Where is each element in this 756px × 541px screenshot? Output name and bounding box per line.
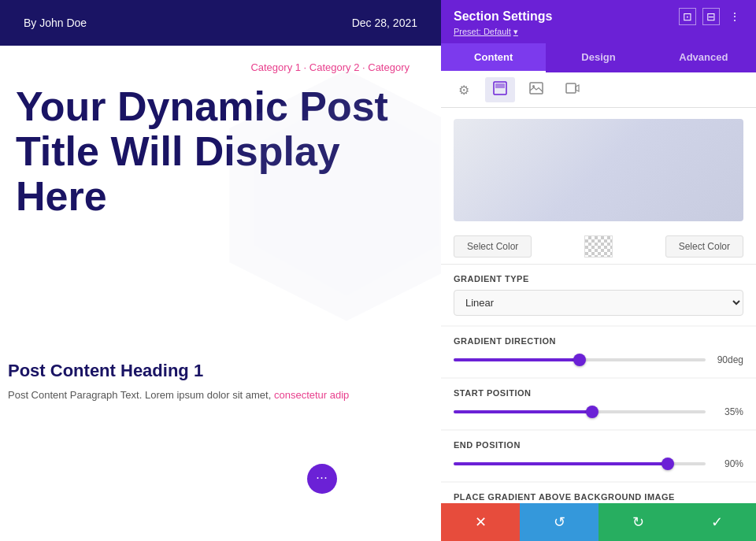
end-position-slider-row: 90%	[454, 456, 743, 472]
save-icon: ✓	[711, 513, 723, 531]
end-position-label: End Position	[454, 440, 743, 450]
svg-point-5	[532, 85, 535, 87]
transparency-indicator	[584, 235, 613, 258]
panel-body: Select Color Select Color Gradient Type …	[441, 108, 756, 503]
content-heading: Post Content Heading 1	[8, 361, 417, 381]
settings-panel: Section Settings ⊡ ⊟ ⋮ Preset: Default ▾…	[441, 0, 756, 541]
start-position-slider[interactable]	[454, 404, 706, 420]
gradient-direction-label: Gradient Direction	[454, 336, 743, 346]
place-gradient-section: Place Gradient Above Background Image YE…	[441, 483, 756, 503]
color-picker-left[interactable]: Select Color	[454, 235, 532, 258]
author-label: By John Doe	[24, 17, 87, 29]
chat-icon: ···	[317, 472, 328, 486]
svg-rect-6	[566, 83, 576, 93]
gradient-type-select[interactable]: Linear Radial Conic	[454, 290, 743, 316]
gradient-direction-value: 90deg	[713, 354, 743, 365]
save-button[interactable]: ✓	[677, 503, 756, 541]
gradient-direction-slider-row: 90deg	[454, 352, 743, 368]
panel-tabs: Content Design Advanced	[441, 43, 756, 72]
end-position-value: 90%	[713, 458, 743, 469]
svg-rect-4	[530, 83, 543, 94]
start-position-slider-row: 35%	[454, 404, 743, 420]
subtab-settings[interactable]: ⚙	[449, 77, 479, 102]
gradient-preview	[454, 119, 743, 221]
gradient-type-label: Gradient Type	[454, 274, 743, 283]
gradient-direction-slider[interactable]	[454, 352, 706, 368]
gradient-preview-section	[441, 108, 756, 229]
content-text: Post Content Paragraph Text. Lorem ipsum…	[8, 387, 417, 404]
close-button[interactable]: ✕	[441, 503, 520, 541]
start-position-label: Start Position	[454, 388, 743, 398]
close-icon: ✕	[475, 513, 487, 531]
panel-header: Section Settings ⊡ ⊟ ⋮ Preset: Default ▾	[441, 0, 756, 43]
more-icon-btn[interactable]: ⋮	[726, 8, 743, 25]
subtab-image[interactable]	[521, 77, 551, 102]
date-label: Dec 28, 2021	[352, 17, 417, 29]
subtab-background[interactable]	[485, 77, 515, 102]
tab-design[interactable]: Design	[546, 43, 650, 72]
color-pickers-row: Select Color Select Color	[441, 229, 756, 265]
place-gradient-label: Place Gradient Above Background Image	[454, 492, 743, 502]
reset-icon: ↺	[554, 513, 565, 531]
panel-preset: Preset: Default ▾	[454, 27, 743, 37]
end-position-section: End Position 90%	[441, 431, 756, 481]
gradient-type-section: Gradient Type Linear Radial Conic	[441, 265, 756, 325]
post-header: Category 1 · Category 2 · Category Your …	[0, 46, 441, 345]
image-icon	[529, 81, 543, 98]
settings-icon: ⚙	[458, 83, 469, 98]
start-position-section: Start Position 35%	[441, 379, 756, 429]
layout-icon-btn[interactable]: ⊟	[702, 8, 720, 25]
main-content: By John Doe Dec 28, 2021 Category 1 · Ca…	[0, 0, 441, 541]
panel-header-icons: ⊡ ⊟ ⋮	[679, 8, 743, 25]
panel-subtabs: ⚙	[441, 72, 756, 108]
subtab-video[interactable]	[558, 77, 587, 102]
tab-content[interactable]: Content	[441, 43, 546, 72]
reset-button[interactable]: ↺	[520, 503, 598, 541]
end-position-slider[interactable]	[454, 456, 706, 472]
redo-icon: ↻	[632, 513, 644, 531]
gradient-direction-section: Gradient Direction 90deg	[441, 327, 756, 377]
chat-bubble[interactable]: ···	[307, 464, 337, 494]
background-icon	[493, 81, 507, 98]
panel-footer: ✕ ↺ ↻ ✓	[441, 503, 756, 541]
video-icon	[565, 81, 580, 98]
top-bar: By John Doe Dec 28, 2021	[0, 0, 441, 46]
tab-advanced[interactable]: Advanced	[651, 43, 756, 72]
decorative-shape	[220, 61, 441, 329]
panel-title: Section Settings	[454, 9, 552, 24]
expand-icon-btn[interactable]: ⊡	[679, 8, 696, 25]
start-position-value: 35%	[713, 406, 743, 417]
redo-button[interactable]: ↻	[598, 503, 677, 541]
post-content-area: Post Content Heading 1 Post Content Para…	[0, 345, 441, 420]
content-link[interactable]: consectetur adip	[274, 389, 349, 401]
svg-rect-3	[495, 83, 505, 88]
color-picker-right[interactable]: Select Color	[665, 235, 743, 258]
